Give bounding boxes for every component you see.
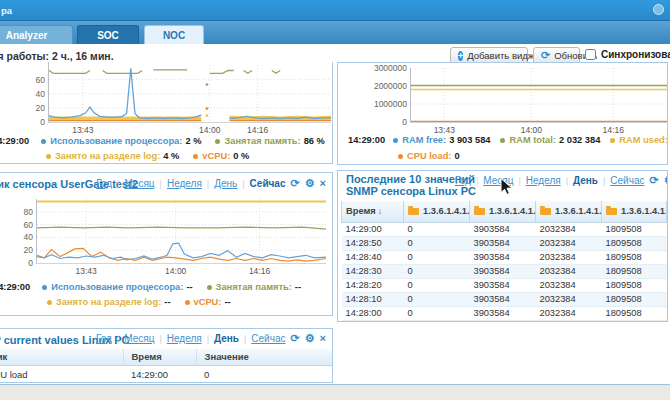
gear-icon[interactable]: ⚙ [305,333,315,344]
legend-item: Занято на разделе log:-- [47,297,171,307]
panel-usergate-chart: График сенсора UserGate test2 Год|Месяц|… [0,172,333,316]
dashboard-screen: { "topbar": { "brand": "ра" }, "tabs": [… [0,0,670,400]
snmp-current-values-table: СчётчикВремяЗначениеCPU load14:29:000 [0,349,333,383]
legend-row: Занято на разделе log:4 %vCPU:0 % [46,151,249,161]
legend-dot-icon [207,285,212,290]
table-cell: 3903584 [470,264,536,278]
period-link-3[interactable]: Неделя [526,175,561,186]
top-bar: ра [0,0,670,20]
y-tick-label: 3000000 [374,63,407,73]
column-header-oid[interactable]: 1.3.6.1.4.1.... [404,201,470,222]
y-tick-label: 1000000 [374,99,407,109]
legend-dot-icon [185,300,190,305]
table-cell: 1809508 [602,222,667,236]
tab-noc[interactable]: NOC [144,25,204,44]
column-header[interactable]: Время [123,349,196,365]
period-link-3[interactable]: Неделя [167,178,202,189]
legend-item: Занятая память:-- [207,282,301,292]
refresh-icon[interactable]: ⟳ [649,175,658,186]
legend-dot-icon [610,138,615,143]
tab-soc[interactable]: SOC [77,25,139,44]
cpu_usage-plot [49,62,331,122]
table-cell: 14:29:00 [342,222,404,236]
table-cell: 3903584 [470,306,536,320]
period-link-2[interactable]: Месяц [124,178,154,189]
period-link-1[interactable]: Год [455,175,471,186]
refresh-icon[interactable]: ⟳ [290,333,299,344]
legend-dot-icon [500,138,505,143]
x-tick-label: 13:43 [434,125,455,135]
legend-item: Использование процессора:2 % [41,136,201,146]
legend-dot-icon [41,139,46,144]
y-tick-label: 20 [24,245,33,255]
link-separator: | [242,179,244,189]
tab-analyzer[interactable]: Analyzer [0,25,73,44]
table-cell: 1809508 [602,306,667,320]
legend-value: -- [164,297,170,307]
legend-dot-icon [46,154,51,159]
refresh-icon[interactable]: ⟳ [290,178,299,189]
period-link-4[interactable]: День [214,333,239,344]
table-cell: 0 [404,236,470,250]
folder-icon [474,208,485,215]
legend-dot-icon [47,300,52,305]
period-link-4[interactable]: День [214,178,237,189]
legend-value: 3 903 584 [449,135,490,145]
table-cell: 2032384 [536,250,602,264]
y-tick-label: 20 [36,103,45,113]
table-cell: 0 [404,222,470,236]
column-header[interactable]: Значение [196,349,333,365]
panel-header-controls: Год|Месяц|Неделя|День|Сейчас ⟳ ⚙ × [96,178,326,189]
x-tick-label: 14:16 [603,125,624,135]
legend-time: 14:29:00 [0,136,29,146]
legend-value: 0 [454,151,459,161]
close-icon[interactable]: × [320,178,326,189]
ram_values-plot [411,68,667,122]
add-icon: + [458,51,463,61]
table-cell: 3903584 [470,292,536,306]
y-tick-label: 2000000 [374,81,407,91]
help-icon[interactable] [653,4,664,15]
table-cell: 0 [404,292,470,306]
period-link-2[interactable]: Месяц [124,333,154,344]
column-header-oid[interactable]: 1.3.6.1.4.1.... [536,201,602,222]
x-tick-label: 14:00 [521,125,542,135]
period-link-4[interactable]: День [573,175,598,186]
legend-value: 2 032 384 [559,135,600,145]
gear-icon[interactable]: ⚙ [305,178,315,189]
close-icon[interactable]: × [320,333,326,344]
table-cell: 3903584 [470,250,536,264]
column-header[interactable]: Счётчик [0,349,123,365]
cpu-usage-chart: 020406013:4314:0014:16 [48,62,331,123]
gear-icon[interactable]: ⚙ [664,175,668,186]
period-link-1[interactable]: Год [96,333,112,344]
table-cell: 2032384 [536,222,602,236]
table-cell: 14:28:40 [342,250,404,264]
legend-label: CPU load: [407,151,451,161]
period-link-2[interactable]: Месяц [483,175,513,186]
period-link-3[interactable]: Неделя [167,333,202,344]
bottom-strip [0,384,670,400]
period-link-1[interactable]: Год [96,178,112,189]
period-link-5[interactable]: Сейчас [610,175,644,186]
x-tick-label: 13:43 [72,125,93,135]
snmp-last-values-table: Время↓1.3.6.1.4.1....1.3.6.1.4.1....1.3.… [341,201,667,321]
column-header-time[interactable]: Время↓ [342,201,404,222]
period-link-5[interactable]: Сейчас [251,333,285,344]
panel-header-controls: Год|Месяц|Неделя|День|Сейчас ⟳ ⚙ × [455,175,668,186]
panel-snmp-last-values: Последние 10 значений SNMP сенсора Linux… [337,170,668,322]
table-cell: 1809508 [602,292,667,306]
sync-charts-checkbox[interactable] [585,49,596,60]
usergate-chart: 02040608013:4314:0014:16 [36,199,326,264]
y-tick-label: 0 [402,117,407,127]
link-separator: | [160,179,162,189]
column-header-oid[interactable]: 1.3.6.1.4.1.... [602,201,667,222]
period-link-5[interactable]: Сейчас [250,178,286,189]
legend-item: CPU load:0 [398,151,460,161]
link-separator: | [207,179,209,189]
legend-value: 0 % [233,151,249,161]
column-header-oid[interactable]: 1.3.6.1.4.1.... [470,201,536,222]
legend-dot-icon [398,154,403,159]
table-cell: 14:28:20 [342,278,404,292]
link-separator: | [244,334,246,344]
